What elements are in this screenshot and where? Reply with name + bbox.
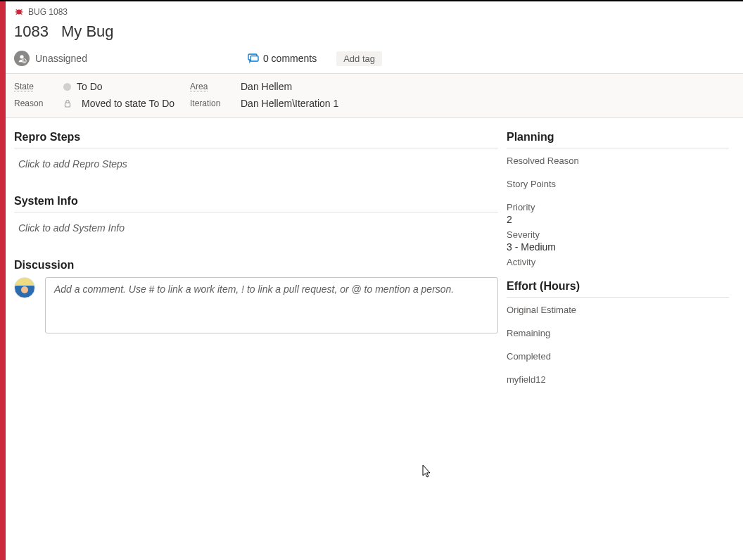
completed-label: Completed: [507, 351, 729, 362]
activity-label: Activity: [507, 257, 729, 267]
comments-icon: [248, 53, 259, 64]
reason-value: Moved to state To Do: [82, 98, 174, 109]
work-item-title[interactable]: My Bug: [61, 23, 114, 41]
fields-band: State To Do Area Dan Hellem Reason Moved…: [6, 74, 743, 118]
work-item-id: 1083: [14, 23, 49, 41]
comments-count: 0 comments: [263, 53, 317, 64]
discussion-heading: Discussion: [14, 259, 498, 272]
priority-value[interactable]: 2: [507, 214, 729, 225]
work-item-color-bar: [0, 1, 6, 560]
repro-steps-input[interactable]: Click to add Repro Steps: [14, 155, 498, 185]
lock-icon: [63, 99, 72, 108]
divider: [507, 297, 729, 298]
reason-picker[interactable]: Moved to state To Do: [63, 98, 190, 109]
comments-link[interactable]: 0 comments: [248, 53, 317, 64]
svg-line-6: [20, 13, 23, 15]
divider: [14, 148, 498, 148]
reason-label: Reason: [14, 98, 63, 108]
work-item-type-label: BUG 1083: [28, 7, 68, 17]
severity-label: Severity: [507, 229, 729, 240]
svg-text:M: M: [23, 60, 26, 63]
divider: [14, 212, 498, 212]
comment-input[interactable]: Add a comment. Use # to link a work item…: [45, 277, 498, 333]
divider: [507, 148, 729, 148]
svg-line-5: [16, 13, 18, 15]
add-tag-button[interactable]: Add tag: [336, 51, 382, 66]
story-points-label: Story Points: [507, 179, 729, 189]
iteration-value[interactable]: Dan Hellem\Iteration 1: [241, 98, 338, 109]
state-picker[interactable]: To Do: [63, 81, 190, 92]
repro-steps-heading: Repro Steps: [14, 131, 498, 144]
severity-value[interactable]: 3 - Medium: [507, 241, 729, 253]
remaining-label: Remaining: [507, 328, 729, 338]
assignee-picker[interactable]: M Unassigned: [14, 51, 87, 66]
myfield12-label: myfield12: [507, 374, 729, 385]
iteration-label: Iteration: [190, 98, 241, 108]
svg-rect-11: [250, 56, 258, 62]
avatar: [14, 277, 35, 298]
breadcrumb: BUG 1083: [6, 1, 743, 20]
svg-rect-12: [65, 103, 70, 107]
svg-line-3: [16, 10, 18, 11]
state-dot-icon: [63, 83, 71, 91]
svg-line-4: [20, 10, 23, 11]
resolved-reason-label: Resolved Reason: [507, 155, 729, 166]
system-info-heading: System Info: [14, 195, 498, 208]
planning-heading: Planning: [507, 131, 729, 144]
svg-point-7: [20, 55, 23, 58]
system-info-input[interactable]: Click to add System Info: [14, 219, 498, 249]
person-icon: M: [14, 51, 30, 66]
state-value: To Do: [77, 81, 103, 92]
state-label: State: [14, 82, 63, 91]
effort-heading: Effort (Hours): [507, 280, 729, 293]
area-label: Area: [190, 82, 241, 91]
original-estimate-label: Original Estimate: [507, 305, 729, 315]
area-value[interactable]: Dan Hellem: [241, 81, 292, 92]
assignee-label: Unassigned: [35, 53, 87, 64]
bug-icon: [14, 7, 24, 17]
priority-label: Priority: [507, 202, 729, 212]
